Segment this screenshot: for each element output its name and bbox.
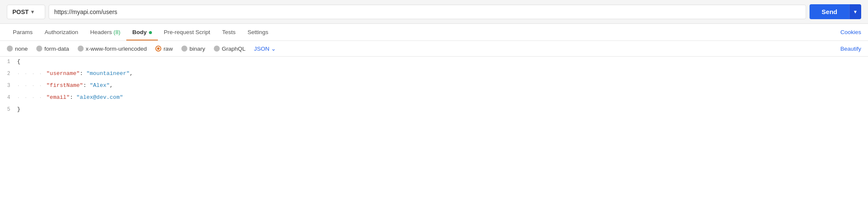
indent-dots-3: · · · · — [17, 83, 47, 88]
tab-tests[interactable]: Tests — [216, 24, 242, 40]
cookies-link[interactable]: Cookies — [840, 24, 861, 40]
line-content-3: · · · · "firstName": "Alex", — [17, 81, 868, 90]
body-option-graphql[interactable]: GraphQL — [214, 46, 246, 52]
headers-badge: (8) — [114, 29, 120, 35]
json-key-2: "username" — [47, 70, 80, 77]
send-button[interactable]: Send — [810, 4, 849, 19]
line-number-4: 4 — [0, 92, 17, 101]
json-value-2: "mountaineer" — [86, 70, 129, 77]
body-options-row: none form-data x-www-form-urlencoded raw… — [0, 41, 868, 57]
line-content-2: · · · · "username": "mountaineer", — [17, 69, 868, 78]
code-line-4: 4 · · · · "email": "alex@dev.com" — [0, 92, 868, 104]
line-content-1: { — [17, 57, 868, 66]
line-number-3: 3 — [0, 81, 17, 89]
json-type-dropdown[interactable]: JSON ⌄ — [254, 45, 276, 52]
send-button-group: Send ▾ — [810, 4, 861, 19]
method-chevron-icon: ▾ — [31, 9, 34, 15]
code-lines: 1 { 2 · · · · "username": "mountaineer",… — [0, 57, 868, 116]
body-option-none[interactable]: none — [7, 46, 28, 52]
method-label: POST — [12, 9, 29, 15]
body-option-urlencoded[interactable]: x-www-form-urlencoded — [78, 46, 147, 52]
line-number-2: 2 — [0, 69, 17, 77]
json-key-4: "email" — [47, 94, 70, 101]
line-content-5: } — [17, 104, 868, 114]
tab-authorization[interactable]: Authorization — [39, 24, 84, 40]
body-option-form-data[interactable]: form-data — [36, 46, 69, 52]
code-line-1: 1 { — [0, 57, 868, 69]
code-line-5: 5 } — [0, 104, 868, 116]
radio-binary-icon — [181, 46, 187, 52]
radio-form-data-icon — [36, 46, 42, 52]
line-number-5: 5 — [0, 104, 17, 112]
tab-prerequest[interactable]: Pre-request Script — [158, 24, 216, 40]
body-active-dot — [149, 31, 152, 34]
tab-params[interactable]: Params — [7, 24, 39, 40]
indent-dots-4: · · · · — [17, 95, 47, 100]
tab-settings[interactable]: Settings — [242, 24, 274, 40]
tab-body[interactable]: Body — [126, 24, 158, 40]
code-line-2: 2 · · · · "username": "mountaineer", — [0, 69, 868, 81]
beautify-button[interactable]: Beautify — [840, 46, 861, 52]
radio-raw-icon — [155, 46, 161, 52]
radio-urlencoded-icon — [78, 46, 84, 52]
json-key-3: "firstName" — [47, 82, 83, 89]
code-editor[interactable]: 1 { 2 · · · · "username": "mountaineer",… — [0, 57, 868, 116]
method-selector[interactable]: POST ▾ — [7, 5, 45, 19]
radio-none-icon — [7, 46, 13, 52]
indent-dots-2: · · · · — [17, 71, 47, 76]
json-value-3: "Alex" — [90, 82, 110, 89]
json-chevron-icon: ⌄ — [271, 45, 276, 52]
tab-headers[interactable]: Headers (8) — [84, 24, 126, 40]
body-option-binary[interactable]: binary — [181, 46, 205, 52]
radio-graphql-icon — [214, 46, 220, 52]
send-dropdown-button[interactable]: ▾ — [849, 4, 861, 19]
code-line-3: 3 · · · · "firstName": "Alex", — [0, 81, 868, 92]
json-value-4: "alex@dev.com" — [76, 94, 123, 101]
url-input[interactable] — [49, 5, 806, 19]
tabs-row: Params Authorization Headers (8) Body Pr… — [0, 24, 868, 41]
url-bar: POST ▾ Send ▾ — [0, 0, 868, 24]
body-option-raw[interactable]: raw — [155, 46, 173, 52]
line-content-4: · · · · "email": "alex@dev.com" — [17, 92, 868, 102]
line-number-1: 1 — [0, 57, 17, 65]
